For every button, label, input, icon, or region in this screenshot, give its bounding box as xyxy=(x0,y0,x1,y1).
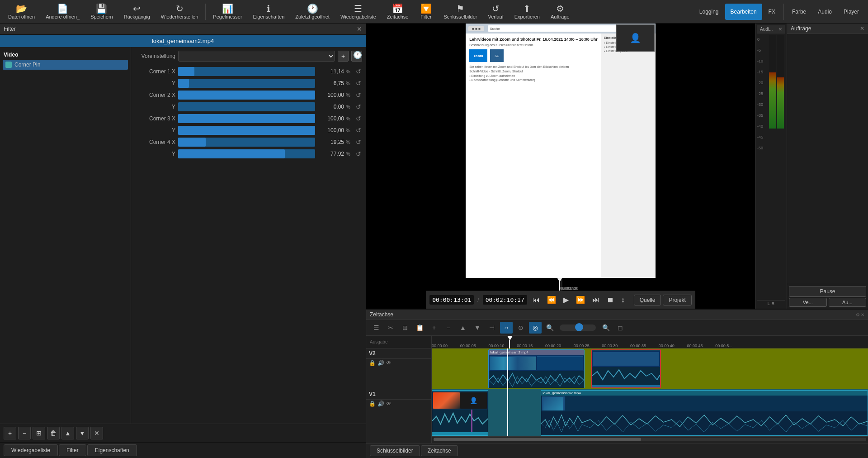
param-slider-corner2x[interactable] xyxy=(178,91,315,100)
toolbar-save[interactable]: 💾 Speichern xyxy=(86,2,118,21)
tab-farbe[interactable]: Farbe xyxy=(787,4,811,20)
v1-clip-1[interactable]: 👤 xyxy=(432,390,488,436)
next-frame-button[interactable]: ⏩ xyxy=(574,295,587,305)
filter-clear-button[interactable]: ✕ xyxy=(90,427,103,439)
toolbar-open-file[interactable]: 📂 Datei öffnen xyxy=(4,2,39,21)
skip-end-button[interactable]: ⏭ xyxy=(590,295,601,305)
tab-bearbeiten[interactable]: Bearbeiten xyxy=(725,4,762,20)
ve-button[interactable]: Ve... xyxy=(789,298,827,307)
prev-frame-button[interactable]: ⏪ xyxy=(545,295,558,305)
timeline-scrollbar[interactable] xyxy=(432,437,868,442)
au-button[interactable]: Au... xyxy=(829,298,867,307)
filter-move-up-button[interactable]: ▲ xyxy=(61,427,74,439)
param-reset-corner2y[interactable]: ↺ xyxy=(355,103,362,110)
timeline-scrollbar-thumb[interactable] xyxy=(434,438,641,441)
tl-snap-button[interactable]: ↔ xyxy=(500,322,513,334)
tab-audio[interactable]: Audio xyxy=(812,4,837,20)
tl-menu-button[interactable]: ☰ xyxy=(370,322,382,334)
timeline-options-icon[interactable]: ⚙ xyxy=(856,312,860,317)
zeitachse-tab-button[interactable]: Zeitachse xyxy=(421,445,458,456)
v2-clip-2[interactable] xyxy=(591,349,660,388)
tab-fx[interactable]: FX xyxy=(763,4,781,20)
toolbar-export[interactable]: ⬆ Exportieren xyxy=(510,2,544,21)
tl-copy-button[interactable]: ⊞ xyxy=(399,322,411,334)
keyframes-tab-button[interactable]: Schlüsselbilder xyxy=(370,445,420,456)
zoom-slider[interactable] xyxy=(560,324,596,331)
preset-select[interactable] xyxy=(178,51,335,62)
v1-lock-icon[interactable]: 🔒 xyxy=(369,401,376,407)
tl-add-button[interactable]: + xyxy=(428,322,440,334)
param-slider-corner2y[interactable] xyxy=(178,102,315,111)
tl-overwrite-button[interactable]: ▼ xyxy=(471,322,484,334)
v2-clip-1[interactable]: lokal_gemeinsam2.mp4 xyxy=(488,349,584,388)
source-button[interactable]: Quelle xyxy=(634,295,661,305)
toolbar-properties[interactable]: ℹ Eigenschaften xyxy=(249,2,289,21)
tl-ripple-button[interactable]: ⊙ xyxy=(514,322,527,334)
param-slider-corner3y[interactable] xyxy=(178,126,315,135)
filter-item-corner-pin[interactable]: Corner Pin xyxy=(3,60,128,70)
tl-remove-button[interactable]: − xyxy=(442,322,455,334)
zoom-handle[interactable] xyxy=(575,323,583,331)
toolbar-recent[interactable]: 🕐 Zuletzt geöffnet xyxy=(291,2,334,21)
toolbar-redo[interactable]: ↻ Wiederherstellen xyxy=(156,2,203,21)
param-slider-corner4y[interactable] xyxy=(178,149,315,158)
timeline-close-icon[interactable]: ✕ xyxy=(861,312,864,317)
stop-button[interactable]: ⏹ xyxy=(605,295,616,305)
keyframe-clock-button[interactable]: 🕐 xyxy=(353,51,362,59)
param-reset-corner2x[interactable]: ↺ xyxy=(355,91,362,99)
skip-start-button[interactable]: ⏮ xyxy=(531,295,542,305)
v1-eye-icon[interactable]: 👁 xyxy=(386,401,392,407)
toolbar-open-other[interactable]: 📄 Andere öffnen_ xyxy=(41,2,84,21)
tl-paste-button[interactable]: 📋 xyxy=(413,322,426,334)
param-slider-corner3x[interactable] xyxy=(178,114,315,123)
tab-properties[interactable]: Eigenschaften xyxy=(87,444,137,456)
preset-add-button[interactable]: + xyxy=(338,51,349,62)
toolbar-jobs[interactable]: ⚙ Aufträge xyxy=(546,2,574,21)
param-reset-corner3x[interactable]: ↺ xyxy=(355,115,362,122)
tl-zoom-out-button[interactable]: 🔍 xyxy=(599,322,612,334)
tab-filter[interactable]: Filter xyxy=(59,444,86,456)
toolbar-undo[interactable]: ↩ Rückgängig xyxy=(119,2,155,21)
filter-delete-button[interactable]: 🗑 xyxy=(47,427,60,439)
param-slider-corner1y[interactable] xyxy=(178,79,315,88)
tl-cut-button[interactable]: ✂ xyxy=(384,322,397,334)
project-button[interactable]: Projekt xyxy=(663,295,691,305)
param-reset-corner4y[interactable]: ↺ xyxy=(355,150,362,157)
v2-audio-icon[interactable]: 🔊 xyxy=(377,360,384,366)
filter-remove-button[interactable]: − xyxy=(18,427,31,439)
tl-fullscreen-button[interactable]: ◻ xyxy=(614,322,627,334)
param-slider-corner4x[interactable] xyxy=(178,138,315,147)
toolbar-timeline[interactable]: 📅 Zeitachse xyxy=(382,2,413,21)
toolbar-level-meter[interactable]: 📊 Pegelmesser xyxy=(208,2,246,21)
toolbar-filter[interactable]: 🔽 Filter xyxy=(415,2,437,21)
tl-loop-button[interactable]: ◎ xyxy=(529,322,542,334)
filter-copy-button[interactable]: ⊞ xyxy=(33,427,45,439)
toolbar-keyframes[interactable]: ⚑ Schlüsselbilder xyxy=(439,2,481,21)
param-reset-corner1y[interactable]: ↺ xyxy=(355,80,362,87)
filter-close-button[interactable]: ✕ xyxy=(357,25,362,33)
play-button[interactable]: ▶ xyxy=(561,295,571,305)
param-unit-corner3x: % xyxy=(346,116,353,121)
tab-playlist[interactable]: Wiedergabeliste xyxy=(4,444,58,456)
orders-close-button[interactable]: ✕ xyxy=(860,25,864,32)
pause-button[interactable]: Pause xyxy=(789,286,866,297)
tl-split-button[interactable]: ⊣ xyxy=(486,322,498,334)
filter-move-down-button[interactable]: ▼ xyxy=(76,427,89,439)
tl-lift-button[interactable]: ▲ xyxy=(457,322,469,334)
v1-clip-2[interactable]: lokal_gemeinsam2.mp4 xyxy=(541,390,868,436)
tab-logging[interactable]: Logging xyxy=(694,4,724,20)
param-slider-corner1x[interactable] xyxy=(178,67,315,76)
toolbar-history[interactable]: ↺ Verlauf xyxy=(483,2,508,21)
param-reset-corner1x[interactable]: ↺ xyxy=(355,68,362,75)
param-row-corner2y: Y 0,00 % ↺ xyxy=(135,102,362,111)
filter-add-button[interactable]: + xyxy=(4,427,16,439)
v1-audio-icon[interactable]: 🔊 xyxy=(377,401,384,407)
tl-grid-button[interactable]: 🔍 xyxy=(543,322,556,334)
tab-player[interactable]: Player xyxy=(838,4,864,20)
param-reset-corner4x[interactable]: ↺ xyxy=(355,138,362,146)
v2-lock-icon[interactable]: 🔒 xyxy=(369,360,376,366)
loop-button[interactable]: ↕ xyxy=(619,295,627,305)
v2-eye-icon[interactable]: 👁 xyxy=(386,360,392,366)
toolbar-playlist[interactable]: ☰ Wiedergabeliste xyxy=(336,2,381,21)
param-reset-corner3y[interactable]: ↺ xyxy=(355,127,362,134)
